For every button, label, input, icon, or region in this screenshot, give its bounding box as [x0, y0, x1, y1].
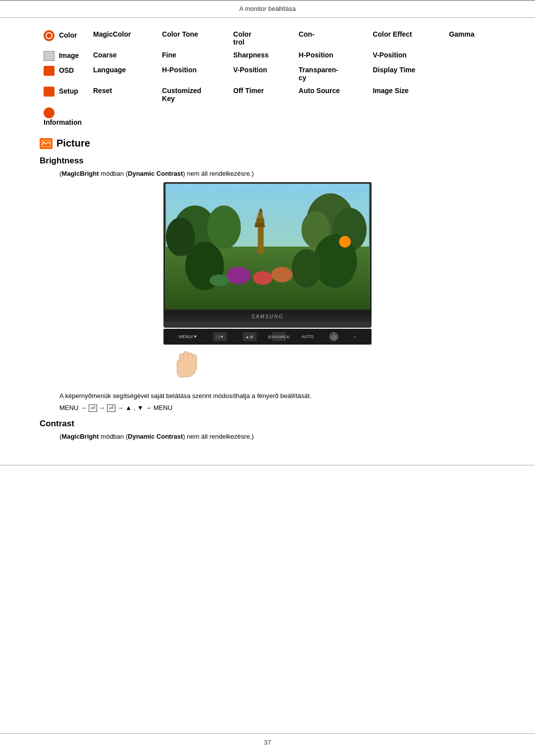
- color-label: Color: [59, 31, 77, 39]
- nav-cell-color-effect: Color Effect: [369, 28, 445, 49]
- transparency-text: Transparen-cy: [299, 66, 338, 82]
- coloreffect-text: Color Effect: [373, 30, 412, 38]
- nav-cell-sharpness: Sharpness: [229, 49, 295, 63]
- monitor-screen: [163, 182, 372, 311]
- osd-icon: [44, 66, 54, 76]
- ctrl-menu: MENU/▼: [179, 334, 198, 339]
- osd-vposition-text: V-Position: [233, 66, 267, 74]
- nav-row-information: Information: [40, 105, 495, 129]
- info-icon: [44, 107, 54, 118]
- nav-cell-osd-hpos: H-Position: [158, 63, 229, 84]
- ctrl-square: □/▼: [213, 332, 227, 341]
- nav-row-osd: OSD Language H-Position V-Position Trans…: [40, 63, 495, 84]
- magicbright-bold: MagicBright: [61, 170, 99, 177]
- picture-section-header: Picture: [40, 138, 495, 149]
- page-header: A monitor beállítása: [0, 1, 535, 18]
- setup-icon: [44, 87, 54, 97]
- monitor-base: [163, 322, 372, 328]
- osd-label: OSD: [59, 66, 74, 74]
- picture-svg-icon: [42, 140, 51, 147]
- color-icon: [44, 30, 54, 41]
- hand-cursor-svg: [171, 347, 201, 382]
- monitor-bezel: SAMSUNG: [163, 311, 372, 322]
- brightness-menu-nav: MENU → ⏎ → ⏎ → ▲ , ▼ → MENU: [59, 404, 495, 412]
- contrast-magicbright-bold: MagicBright: [61, 433, 99, 440]
- sharpness-text: Sharpness: [233, 51, 269, 59]
- brightness-desc: A képernyőmenük segítségével saját belát…: [59, 391, 495, 401]
- autosource-text: Auto Source: [299, 87, 340, 95]
- nav-cell-color-magiccolor: MagicColor: [89, 28, 158, 49]
- ctrl-auto: AUTO: [301, 334, 314, 339]
- image-label: Image: [59, 51, 79, 59]
- svg-point-19: [253, 271, 272, 285]
- displaytime-text: Display Time: [373, 66, 415, 74]
- picture-icon: [40, 138, 53, 149]
- svg-point-18: [226, 267, 251, 284]
- nav-table: Color MagicColor Color Tone Colortrol Co…: [40, 28, 495, 129]
- ctrl-brightness: ▲/⊕: [243, 332, 257, 341]
- svg-marker-13: [257, 213, 263, 218]
- brightness-title: Brightness: [40, 156, 495, 166]
- brightness-note: (MagicBright módban (Dynamic Contrast) n…: [59, 170, 495, 177]
- nav-cell-vposition: V-Position: [369, 49, 445, 63]
- ctrl-source: ⊟/SOURCE: [272, 332, 286, 341]
- reset-text: Reset: [93, 87, 112, 95]
- nav-cell-hposition: H-Position: [295, 49, 369, 63]
- nav-cell-customized: CustomizedKey: [158, 84, 229, 105]
- nav-cell-gamma: Gamma: [445, 28, 495, 49]
- monitor-screen-inner: [165, 184, 370, 309]
- enter-symbol-1: ⏎: [89, 404, 97, 412]
- header-text: A monitor beállítása: [239, 5, 296, 12]
- svg-marker-11: [255, 222, 265, 227]
- dynamic-contrast-bold: Dynamic Contrast: [128, 170, 183, 177]
- bottom-divider: [0, 465, 535, 465]
- svg-point-20: [271, 267, 293, 282]
- garden-scene-svg: [165, 184, 370, 309]
- language-text: Language: [93, 66, 126, 74]
- enter-symbol-2: ⏎: [107, 404, 115, 412]
- gamma-text: Gamma: [449, 30, 474, 38]
- image-icon: [44, 51, 54, 61]
- nav-cell-image-icon: Image: [40, 49, 89, 63]
- nav-cell-autosource: Auto Source: [295, 84, 369, 105]
- page-footer: 37: [0, 733, 535, 746]
- svg-point-17: [292, 249, 321, 288]
- contrast-note: (MagicBright módban (Dynamic Contrast) n…: [59, 433, 495, 440]
- nav-cell-color-control: Colortrol: [229, 28, 295, 49]
- nav-cell-color-tone: Color Tone: [158, 28, 229, 49]
- page-number: 37: [264, 739, 271, 746]
- contrast-title: Contrast: [40, 419, 495, 429]
- svg-point-22: [339, 236, 351, 248]
- nav-cell-transparency: Transparen-cy: [295, 63, 369, 84]
- nav-row-color: Color MagicColor Color Tone Colortrol Co…: [40, 28, 495, 49]
- nav-row-setup: Setup Reset CustomizedKey Off Timer Auto…: [40, 84, 495, 105]
- svg-point-1: [43, 141, 45, 143]
- nav-cell-color-icon: Color: [40, 28, 89, 49]
- nav-cell-coarse: Coarse: [89, 49, 158, 63]
- coarse-text: Coarse: [93, 51, 116, 59]
- imagesize-text: Image Size: [373, 87, 408, 95]
- offtimer-text: Off Timer: [233, 87, 264, 95]
- colortone-text: Color Tone: [162, 30, 198, 38]
- svg-marker-12: [256, 217, 265, 222]
- colorcontrol-text: Colortrol: [233, 30, 252, 46]
- vposition-text: V-Position: [373, 51, 406, 59]
- svg-point-5: [207, 205, 241, 249]
- contrast-dynamic-contrast-bold: Dynamic Contrast: [128, 433, 183, 440]
- nav-cell-displaytime: Display Time: [369, 63, 445, 84]
- main-content: Color MagicColor Color Tone Colortrol Co…: [0, 18, 535, 465]
- con-text: Con-: [299, 30, 315, 38]
- monitor-controls-bar: MENU/▼ □/▼ ▲/⊕ ⊟/SOURCE AUTO ⏻ –: [163, 329, 372, 345]
- nav-cell-reset: Reset: [89, 84, 158, 105]
- svg-point-21: [210, 275, 229, 286]
- information-label: Information: [44, 118, 82, 126]
- nav-cell-con: Con-: [295, 28, 369, 49]
- setup-label: Setup: [59, 87, 78, 95]
- osd-hposition-text: H-Position: [162, 66, 197, 74]
- hposition-text: H-Position: [299, 51, 333, 59]
- nav-cell-osd-icon: OSD: [40, 63, 89, 84]
- magiccolor-text: MagicColor: [93, 30, 131, 38]
- svg-rect-10: [258, 225, 264, 254]
- monitor-illustration: SAMSUNG MENU/▼ □/▼ ▲/⊕ ⊟/SOURCE AUTO ⏻ –: [163, 182, 372, 384]
- ctrl-minus: –: [354, 334, 356, 339]
